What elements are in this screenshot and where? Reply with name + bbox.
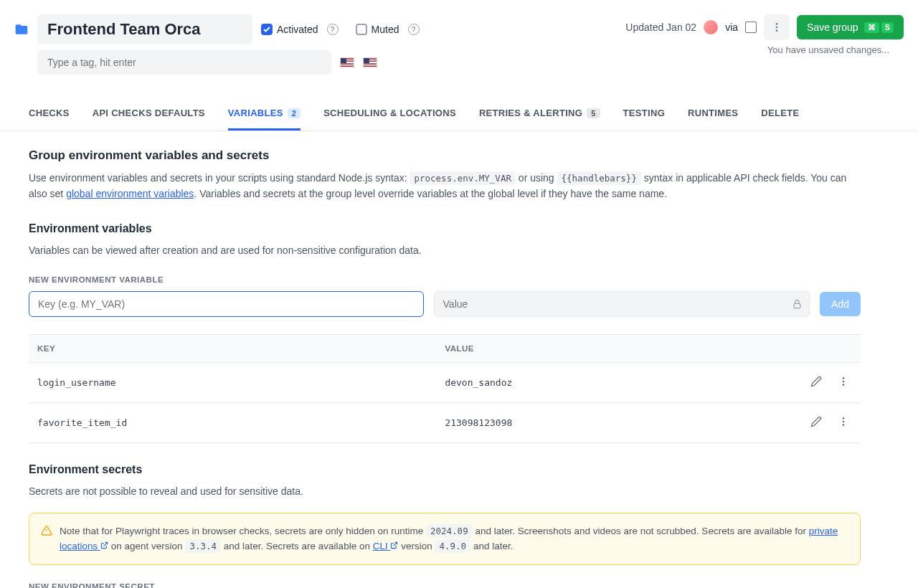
edit-button[interactable] [808,373,825,392]
external-link-icon [100,541,108,549]
activated-checkbox[interactable]: Activated [261,24,318,35]
group-name-input[interactable] [37,14,252,44]
tab-runtimes[interactable]: RUNTIMES [688,98,738,131]
svg-point-6 [843,384,845,387]
calendar-icon [745,22,757,33]
tab-variables[interactable]: VARIABLES2 [228,98,301,131]
flag-icon [340,57,354,67]
tab-testing[interactable]: TESTING [623,98,665,131]
more-vertical-icon [838,376,849,387]
tab-scheduling-locations[interactable]: SCHEDULING & LOCATIONS [323,98,456,131]
env-var-value-input[interactable] [434,291,810,317]
svg-point-7 [843,417,845,419]
env-vars-desc: Variables can be viewed after creation a… [29,242,861,258]
svg-point-5 [843,381,845,383]
external-link-icon [390,541,398,549]
updated-text: Updated Jan 02 [625,22,696,33]
more-button[interactable] [764,14,790,40]
env-vars-title: Environment variables [29,222,861,235]
th-value: VALUE [436,335,795,363]
avatar [704,20,718,34]
pencil-icon [810,376,822,387]
svg-line-12 [104,543,108,546]
kbd-cmd: ⌘ [864,22,879,33]
svg-rect-3 [794,304,800,308]
table-row: favorite_item_id213098123098 [29,403,861,443]
th-key: KEY [29,335,436,363]
section-title: Group environment variables and secrets [29,148,861,163]
help-icon[interactable]: ? [408,24,420,35]
edit-button[interactable] [808,413,825,432]
table-row: login_usernamedevon_sandoz [29,363,861,403]
secrets-warning: Note that for Playwright traces in brows… [29,513,861,565]
row-more-button[interactable] [835,373,852,392]
via-text: via [725,22,738,33]
tab-api-checks-defaults[interactable]: API CHECKS DEFAULTS [93,98,205,131]
svg-line-13 [394,543,397,546]
warning-icon [41,525,52,536]
tag-input[interactable] [37,50,331,75]
unsaved-changes-text: You have unsaved changes... [625,40,904,55]
svg-point-1 [776,27,778,29]
secrets-desc: Secrets are not possible to reveal and u… [29,483,861,499]
more-vertical-icon [771,22,782,33]
help-icon[interactable]: ? [327,24,339,35]
kbd-s: S [881,22,894,33]
muted-checkbox[interactable]: Muted [356,24,399,35]
env-var-key-input[interactable] [29,291,424,317]
add-env-var-button[interactable]: Add [820,292,861,316]
svg-point-0 [776,23,778,25]
more-vertical-icon [838,416,849,427]
global-env-vars-link[interactable]: global environment variables [66,188,194,199]
muted-label: Muted [372,24,399,35]
svg-point-9 [843,425,845,427]
cli-link[interactable]: CLI [373,541,399,551]
svg-point-4 [843,377,845,379]
lock-icon [792,299,803,310]
section-description: Use environment variables and secrets in… [29,170,861,202]
folder-icon [14,22,29,37]
save-group-button[interactable]: Save group ⌘ S [797,15,904,39]
secrets-title: Environment secrets [29,463,861,476]
flag-icon [363,57,377,67]
svg-point-2 [776,29,778,32]
activated-label: Activated [277,24,318,35]
tab-checks[interactable]: CHECKS [29,98,70,131]
badge: 5 [587,108,600,118]
row-more-button[interactable] [835,413,852,432]
new-env-var-label: NEW ENVIRONMENT VARIABLE [29,275,861,284]
tab-delete[interactable]: DELETE [761,98,799,131]
badge: 2 [288,108,301,118]
tab-retries-alerting[interactable]: RETRIES & ALERTING5 [479,98,600,131]
new-env-secret-label: NEW ENVIRONMENT SECRET [29,582,861,588]
env-vars-table: KEY VALUE login_usernamedevon_sandoz fav… [29,334,861,443]
svg-point-8 [843,421,845,423]
pencil-icon [810,416,822,427]
